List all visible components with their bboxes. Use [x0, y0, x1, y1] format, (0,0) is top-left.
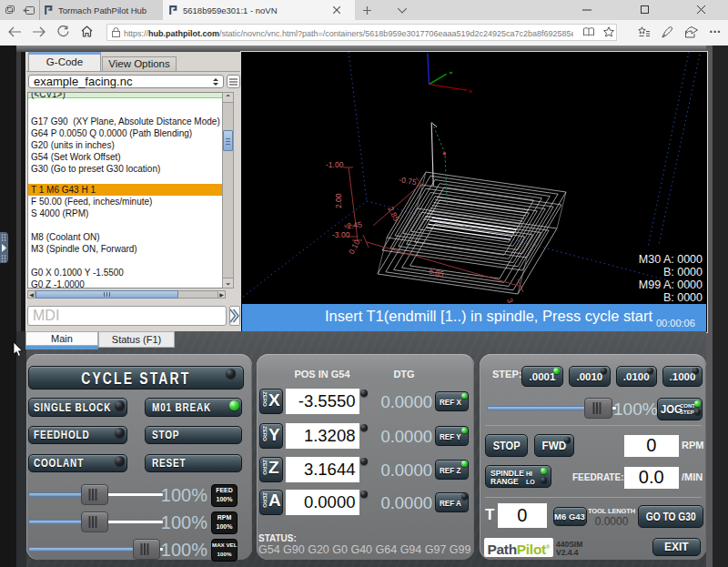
svg-text:B: 0000: B: 0000	[663, 291, 703, 304]
svg-text:-0.75: -0.75	[399, 175, 418, 187]
svg-text:2.00: 2.00	[334, 193, 343, 208]
svg-text:2.85: 2.85	[386, 205, 401, 223]
svg-text:B: 0000: B: 0000	[663, 266, 703, 278]
svg-text:-3.00: -3.00	[332, 230, 350, 239]
svg-text:M99 A: 0000: M99 A: 0000	[639, 278, 703, 291]
svg-text:3.95: 3.95	[505, 298, 519, 304]
svg-text:5.85: 5.85	[428, 266, 445, 278]
svg-text:-1.00: -1.00	[326, 160, 344, 169]
svg-text:M30 A: 0000: M30 A: 0000	[639, 253, 703, 266]
